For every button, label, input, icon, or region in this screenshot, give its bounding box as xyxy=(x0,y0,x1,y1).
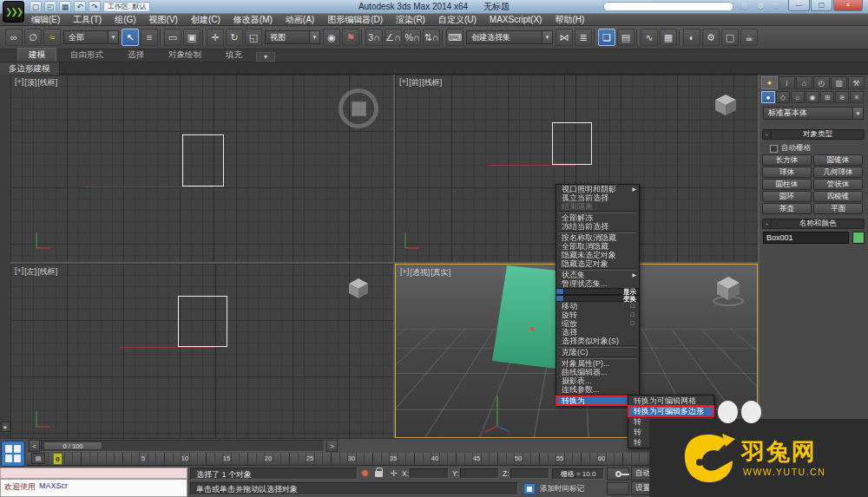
object-type-button[interactable]: 平面 xyxy=(813,203,863,214)
maxscript-mini-listener[interactable]: 欢迎使用 MAXScr xyxy=(0,479,187,497)
quad-menu-item[interactable]: 转换为 ▶ xyxy=(556,396,639,405)
object-type-button[interactable]: 圆柱体 xyxy=(762,179,812,190)
object-type-button[interactable]: 四棱锥 xyxy=(813,191,863,202)
menu-item[interactable]: 组(G) xyxy=(115,14,135,26)
toolbar-separator[interactable] xyxy=(679,29,681,45)
display-tab-icon[interactable]: ▥ xyxy=(831,76,847,89)
bind-to-space-warp-icon[interactable]: ≈ xyxy=(43,29,61,46)
quad-menu-item[interactable]: 对象属性(P)... xyxy=(556,359,639,368)
dropdown-arrow-icon[interactable]: ▼ xyxy=(542,31,552,43)
polygon-modeling-panel-tab[interactable]: 多边形建模 xyxy=(0,62,60,75)
viewport-shading-button[interactable]: [线框] xyxy=(37,77,57,88)
isolate-selection-toggle-icon[interactable] xyxy=(523,483,536,494)
time-slider-handle[interactable]: 0 / 100 xyxy=(43,441,102,450)
menu-item[interactable]: 创建(C) xyxy=(191,14,220,26)
undo-icon[interactable]: ↶ xyxy=(74,1,86,12)
menu-item[interactable]: 渲染(R) xyxy=(396,14,425,26)
motion-tab-icon[interactable]: ◴ xyxy=(813,76,830,89)
named-selection-dropdown[interactable]: 创建选择集 ▼ xyxy=(466,30,553,44)
layer-manager-icon[interactable]: ❏ xyxy=(598,29,615,46)
toolbar-separator[interactable] xyxy=(160,29,162,45)
expand-panel-button[interactable]: ▶ xyxy=(1,422,10,432)
quad-menu-item[interactable]: 全部取消隐藏 xyxy=(556,242,639,251)
settings-icon[interactable]: □ xyxy=(631,302,635,311)
timeline-config-icon[interactable]: ▤ xyxy=(31,453,45,464)
toolbar-separator[interactable] xyxy=(202,29,205,45)
toolbar-separator[interactable] xyxy=(442,29,444,45)
quad-menu-item[interactable]: 隐藏选定对象 xyxy=(556,259,639,268)
align-icon[interactable]: ≣ xyxy=(575,29,592,46)
new-scene-icon[interactable]: ▢ xyxy=(30,1,42,12)
lights-icon[interactable]: ☼ xyxy=(791,91,805,103)
viewcube[interactable] xyxy=(711,93,740,121)
name-color-rollout[interactable]: - 名称和颜色 xyxy=(762,219,865,229)
window-crossing-icon[interactable]: ▣ xyxy=(183,29,201,46)
snap-toggle-3d-icon[interactable]: 3∩ xyxy=(365,29,383,46)
object-type-button[interactable]: 圆环 xyxy=(762,191,812,202)
object-type-button[interactable]: 管状体 xyxy=(813,179,863,190)
material-editor-icon[interactable]: ◐ xyxy=(683,29,700,46)
autogrid-checkbox[interactable] xyxy=(770,145,778,153)
shapes-icon[interactable]: ◇ xyxy=(776,91,790,103)
object-type-button[interactable]: 几何球体 xyxy=(813,167,863,178)
menu-item[interactable]: 动画(A) xyxy=(286,14,314,26)
quad-menu-item[interactable]: 缩放 □ xyxy=(556,319,639,328)
select-object-icon[interactable]: ↖ xyxy=(122,29,139,46)
menu-item[interactable]: MAXScript(X) xyxy=(490,15,542,24)
quad-menu-item[interactable]: 管理状态集... xyxy=(556,279,639,288)
viewport-shading-button[interactable]: [线框] xyxy=(37,266,57,278)
graphite-ribbon-toggle-icon[interactable]: ▤ xyxy=(617,29,635,46)
angle-snap-icon[interactable]: ∠∩ xyxy=(385,29,402,46)
helpers-icon[interactable]: ⊞ xyxy=(820,91,834,103)
quad-menu-item[interactable]: 结束隔离 xyxy=(556,202,639,211)
dropdown-arrow-icon[interactable]: ▼ xyxy=(852,108,863,119)
menu-item[interactable]: 工具(T) xyxy=(73,14,102,26)
lock-icon[interactable] xyxy=(375,471,383,477)
object-type-rollout[interactable]: - 对象类型 xyxy=(762,129,865,140)
object-type-button[interactable]: 茶壶 xyxy=(762,203,812,214)
submenu-item[interactable]: 转换为可编辑网格 xyxy=(628,396,713,406)
menu-item[interactable]: 帮助(H) xyxy=(555,14,584,26)
selected-box-wireframe[interactable] xyxy=(178,296,227,347)
viewport-menu-button[interactable]: [+] xyxy=(400,267,409,278)
quad-menu-item[interactable]: 隐藏未选定对象 xyxy=(556,251,639,259)
maximize-button[interactable]: ▢ xyxy=(811,0,832,11)
communication-center-icon[interactable]: ◍ xyxy=(755,2,766,10)
quad-menu-item[interactable]: 全部解冻 xyxy=(556,213,639,222)
settings-icon[interactable]: □ xyxy=(631,311,635,319)
ribbon-tab[interactable]: 对象绘制 xyxy=(158,49,212,62)
create-tab-icon[interactable]: ✦ xyxy=(761,76,778,89)
select-and-manipulate-icon[interactable]: ⚑ xyxy=(342,29,359,46)
select-by-name-icon[interactable]: ≡ xyxy=(141,29,158,46)
search-icon[interactable]: ◎ xyxy=(740,2,750,10)
close-button[interactable]: × xyxy=(833,0,863,11)
ribbon-tab[interactable]: 建模 xyxy=(17,48,56,62)
menu-item[interactable]: 编辑(E) xyxy=(31,14,60,26)
x-coordinate-field[interactable] xyxy=(410,468,449,479)
quad-menu-item[interactable]: 选择 xyxy=(556,328,639,337)
previous-frame-button[interactable]: < xyxy=(29,440,40,452)
rendered-frame-window-icon[interactable]: ▢ xyxy=(721,29,739,46)
3ds-max-logo-icon[interactable]: ❯❯❯ xyxy=(3,1,24,23)
toolbar-separator[interactable] xyxy=(636,29,639,45)
select-and-move-icon[interactable]: ✛ xyxy=(207,29,224,46)
next-frame-button[interactable]: > xyxy=(326,440,338,452)
save-file-icon[interactable]: ▦ xyxy=(59,1,71,12)
viewport-layout-button[interactable] xyxy=(1,441,25,467)
geometry-icon[interactable]: ● xyxy=(761,91,775,103)
toolbar-separator[interactable] xyxy=(594,29,596,45)
curve-editor-icon[interactable]: ∿ xyxy=(641,29,658,46)
collapse-icon[interactable]: - xyxy=(763,130,772,139)
y-coordinate-field[interactable] xyxy=(460,468,499,479)
quad-menu-item[interactable]: 移动 □ xyxy=(556,302,639,311)
quad-menu-item[interactable]: 状态集 ▶ xyxy=(556,271,639,279)
settings-icon[interactable]: □ xyxy=(631,319,635,328)
space-warps-icon[interactable]: ≋ xyxy=(835,91,849,103)
viewport-name-button[interactable]: [左] xyxy=(24,266,36,278)
viewport-menu-button[interactable]: [+] xyxy=(399,77,408,88)
viewport-menu-button[interactable]: [+] xyxy=(15,266,23,278)
dropdown-arrow-icon[interactable]: ▼ xyxy=(108,31,118,43)
viewport-shading-button[interactable]: [线框] xyxy=(422,77,442,88)
select-and-scale-icon[interactable]: ◱ xyxy=(245,29,262,46)
rectangular-selection-region-icon[interactable]: ▭ xyxy=(164,29,181,46)
